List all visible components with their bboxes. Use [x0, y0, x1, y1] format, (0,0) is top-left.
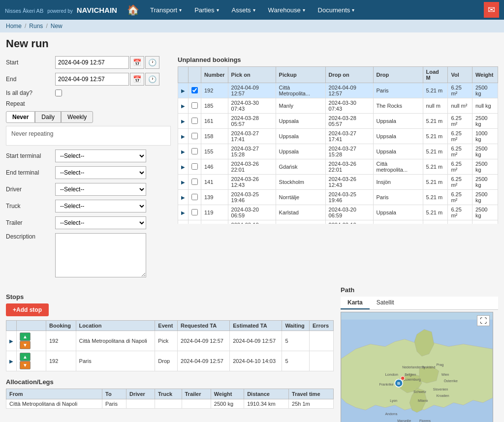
row-checkbox[interactable]: [191, 209, 198, 215]
stop-up-button[interactable]: ▲: [20, 332, 31, 341]
pick-on-cell: 2024-03-28 05:57: [228, 114, 276, 129]
stop-row: ▶ ▲ ▼ 192 Paris Drop 2024-04-09 12:57 20…: [6, 351, 334, 371]
end-input[interactable]: [55, 73, 129, 86]
tab-never[interactable]: Never: [6, 111, 35, 123]
brand: Nisses Åkeri AB powered by NAVICHAIN: [5, 6, 117, 14]
breadcrumb-home[interactable]: Home: [6, 23, 22, 30]
driver-row: Driver --Select--: [6, 183, 171, 196]
trailer-select[interactable]: --Select--: [55, 216, 146, 229]
col-pick-on: Pick on: [228, 67, 276, 83]
add-stop-button[interactable]: +Add stop: [6, 303, 49, 316]
expand-icon[interactable]: ▶: [181, 134, 185, 139]
drop-on-cell: 2024-03-19 18:46: [325, 220, 373, 224]
booking-row[interactable]: ▶ 161 2024-03-28 05:57 Uppsala 2024-03-2…: [178, 114, 498, 129]
repeat-tabs: Never Daily Weekly: [6, 111, 171, 123]
row-checkbox[interactable]: [191, 118, 198, 124]
col-load-m: Load M: [423, 67, 448, 83]
alloc-distance-cell: 1910.34 km: [244, 399, 289, 409]
stops-col-event: Event: [155, 321, 178, 331]
pick-on-cell: 2024-03-26 12:43: [228, 175, 276, 190]
pickup-cell: Uppsala: [276, 144, 325, 159]
end-terminal-row: End terminal --Select--: [6, 166, 171, 179]
booking-row[interactable]: ▶ 119 2024-03-20 06:59 Karlstad 2024-03-…: [178, 205, 498, 220]
stop-errors-cell: [310, 351, 334, 371]
stop-down-button[interactable]: ▼: [20, 361, 31, 369]
alloc-trailer-cell: [182, 399, 211, 409]
expand-icon[interactable]: ▶: [181, 164, 185, 170]
row-checkbox[interactable]: [191, 179, 198, 185]
map-expand-button[interactable]: ⛶: [477, 315, 490, 326]
booking-row[interactable]: ▶ 139 2024-03-25 19:46 Norrtälje 2024-03…: [178, 190, 498, 205]
row-checkbox[interactable]: [191, 148, 198, 154]
map-tab-karta[interactable]: Karta: [341, 297, 370, 309]
svg-text:Lyon: Lyon: [390, 399, 397, 403]
nav-warehouse[interactable]: Warehouse ▾: [262, 3, 311, 17]
breadcrumb-runs[interactable]: Runs: [29, 23, 43, 30]
envelope-icon[interactable]: ✉: [484, 2, 499, 18]
alloc-col-driver: Driver: [126, 389, 155, 399]
path-panel: Path Karta Satellit ⛶: [341, 286, 498, 422]
drop-cell: Paris: [373, 83, 423, 98]
pick-on-cell: 2024-03-27 15:28: [228, 144, 276, 159]
nav-assets[interactable]: Assets ▾: [226, 3, 261, 17]
alloc-truck-cell: [155, 399, 182, 409]
booking-row[interactable]: ▶ 185 2024-03-30 07:43 Manly 2024-03-30 …: [178, 98, 498, 114]
booking-row[interactable]: ▶ 155 2024-03-27 15:28 Uppsala 2024-03-2…: [178, 144, 498, 159]
expand-icon[interactable]: ▶: [181, 210, 185, 215]
expand-cell: ▶: [178, 220, 189, 224]
expand-icon[interactable]: ▶: [181, 103, 185, 109]
nav-parties[interactable]: Parties ▾: [189, 3, 224, 17]
row-checkbox[interactable]: [191, 133, 198, 139]
booking-row[interactable]: ▶ 117 2024-03-19 18:46 Tierp 2024-03-19 …: [178, 220, 498, 224]
tab-weekly[interactable]: Weekly: [61, 111, 93, 123]
booking-row[interactable]: ▶ 192 2024-04-09 12:57 Città Metropolita…: [178, 83, 498, 98]
start-terminal-label: Start terminal: [6, 152, 55, 159]
page-title: New run: [6, 37, 498, 50]
map-tab-satellit[interactable]: Satellit: [370, 297, 401, 309]
svg-text:Frankrike: Frankrike: [379, 383, 393, 386]
booking-row[interactable]: ▶ 158 2024-03-27 17:41 Uppsala 2024-03-2…: [178, 129, 498, 144]
row-checkbox[interactable]: [191, 194, 198, 200]
stop-event-cell: Pick: [155, 331, 178, 351]
col-number: Number: [201, 67, 228, 83]
start-clock-icon[interactable]: 🕐: [145, 56, 159, 69]
driver-select[interactable]: --Select--: [55, 183, 146, 196]
row-checkbox[interactable]: [191, 87, 198, 93]
nav-documents[interactable]: Documents ▾: [312, 3, 361, 17]
booking-row[interactable]: ▶ 146 2024-03-26 22:01 Gdańsk 2024-03-26…: [178, 159, 498, 175]
tab-daily[interactable]: Daily: [35, 111, 61, 123]
start-terminal-select[interactable]: --Select--: [55, 150, 146, 162]
stop-down-button[interactable]: ▼: [20, 341, 31, 349]
row-checkbox[interactable]: [191, 163, 198, 170]
svg-text:Slovenien: Slovenien: [433, 388, 448, 391]
stop-booking-cell: 192: [46, 331, 76, 351]
description-textarea[interactable]: [55, 233, 146, 277]
start-calendar-icon[interactable]: 📅: [130, 56, 144, 69]
nav-transport[interactable]: Transport ▾: [144, 3, 188, 17]
stop-expand-icon[interactable]: ▶: [9, 359, 13, 364]
booking-row[interactable]: ▶ 141 2024-03-26 12:43 Stockholm 2024-03…: [178, 175, 498, 190]
end-terminal-select[interactable]: --Select--: [55, 166, 146, 179]
row-checkbox[interactable]: [191, 102, 198, 109]
expand-cell: ▶: [178, 190, 189, 205]
end-calendar-icon[interactable]: 📅: [130, 73, 144, 86]
number-cell: 117: [201, 220, 228, 224]
stop-expand-icon[interactable]: ▶: [9, 338, 13, 344]
stop-up-button[interactable]: ▲: [20, 353, 31, 361]
driver-label: Driver: [6, 186, 55, 193]
stop-location-cell: Paris: [76, 351, 155, 371]
expand-icon[interactable]: ▶: [181, 88, 185, 93]
truck-select[interactable]: --Select--: [55, 200, 146, 212]
expand-icon[interactable]: ▶: [181, 195, 185, 200]
home-icon[interactable]: 🏠: [127, 4, 139, 16]
load-m-cell: 5.21 m: [423, 159, 448, 175]
end-clock-icon[interactable]: 🕐: [145, 73, 159, 86]
load-m-cell: null m: [423, 98, 448, 114]
expand-icon[interactable]: ▶: [181, 180, 185, 185]
expand-icon[interactable]: ▶: [181, 149, 185, 154]
start-input[interactable]: [55, 56, 129, 69]
drop-on-cell: 2024-03-27 15:28: [325, 144, 373, 159]
expand-icon[interactable]: ▶: [181, 119, 185, 124]
is-all-day-checkbox[interactable]: [55, 90, 62, 96]
stop-estimated-ta-cell: 2024-04-09 12:57: [230, 331, 282, 351]
